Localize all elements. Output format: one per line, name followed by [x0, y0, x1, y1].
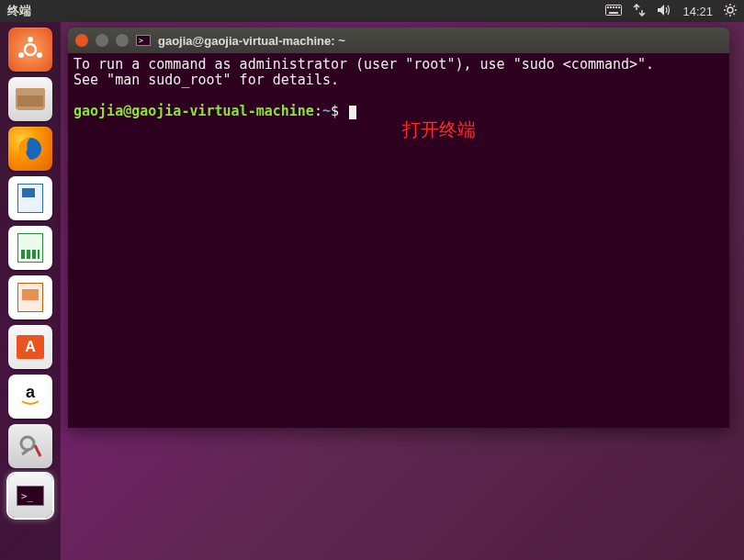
launcher-settings[interactable]: [8, 424, 52, 468]
prompt-userhost: gaojia@gaojia-virtual-machine: [73, 103, 314, 119]
prompt-sep: :: [314, 103, 322, 119]
prompt-symbol: $: [331, 103, 339, 119]
terminal-window: gaojia@gaojia-virtual-machine: ~ To run …: [68, 28, 729, 428]
svg-rect-6: [609, 12, 618, 14]
svg-rect-5: [618, 6, 620, 8]
launcher-impress[interactable]: [8, 275, 52, 319]
svg-point-18: [18, 52, 24, 58]
svg-line-13: [734, 13, 736, 15]
volume-icon[interactable]: [657, 4, 671, 19]
launcher-dash[interactable]: [8, 28, 52, 72]
prompt-path: ~: [322, 103, 331, 119]
window-close-button[interactable]: [75, 34, 88, 47]
terminal-motd-line1: To run a command as administrator (user …: [73, 56, 654, 73]
svg-line-14: [726, 13, 727, 15]
top-menubar: 终端 14:21: [0, 0, 744, 22]
svg-point-22: [21, 437, 34, 450]
menubar-indicators: 14:21: [605, 4, 737, 19]
svg-point-16: [25, 44, 36, 55]
svg-point-7: [727, 7, 733, 13]
launcher-software[interactable]: [8, 325, 52, 369]
window-maximize-button[interactable]: [116, 34, 129, 47]
network-icon[interactable]: [633, 4, 646, 19]
annotation-label: 打开终端: [402, 118, 476, 142]
window-minimize-button[interactable]: [96, 34, 108, 47]
launcher-firefox[interactable]: [8, 127, 52, 171]
launcher-terminal[interactable]: [8, 474, 52, 518]
svg-rect-4: [615, 6, 617, 8]
terminal-cursor: [349, 106, 356, 119]
launcher-files[interactable]: [8, 77, 52, 121]
svg-rect-1: [607, 6, 609, 8]
svg-line-12: [726, 6, 727, 7]
window-titlebar[interactable]: gaojia@gaojia-virtual-machine: ~: [68, 28, 729, 53]
menubar-app-title: 终端: [7, 3, 31, 19]
launcher-calc[interactable]: [8, 226, 52, 270]
svg-point-17: [28, 37, 33, 42]
terminal-body[interactable]: To run a command as administrator (user …: [68, 53, 729, 428]
launcher-writer[interactable]: [8, 176, 52, 220]
svg-line-15: [734, 6, 736, 7]
launcher-amazon[interactable]: a: [8, 375, 52, 419]
svg-text:a: a: [26, 383, 36, 401]
clock-text[interactable]: 14:21: [682, 5, 713, 18]
keyboard-icon[interactable]: [605, 5, 622, 18]
svg-point-19: [37, 52, 42, 58]
window-title: gaojia@gaojia-virtual-machine: ~: [158, 34, 345, 48]
launcher: a: [0, 22, 61, 560]
terminal-title-icon: [136, 35, 151, 46]
svg-rect-3: [613, 6, 614, 8]
svg-rect-2: [610, 6, 612, 8]
terminal-motd-line2: See "man sudo_root" for details.: [73, 72, 339, 88]
gear-icon[interactable]: [724, 4, 737, 19]
